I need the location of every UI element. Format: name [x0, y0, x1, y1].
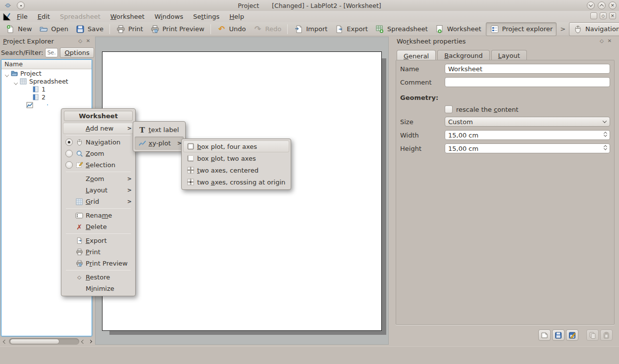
mdi-close-button[interactable]: ✕ [609, 12, 616, 19]
undo-button[interactable]: ↶ Undo [213, 23, 250, 36]
menu-item-print[interactable]: Print [63, 246, 134, 258]
menu-windows[interactable]: Windows [150, 12, 188, 21]
save-button[interactable]: Save [72, 23, 107, 36]
dock-float-button[interactable]: ◇ [76, 38, 84, 45]
properties-footer-buttons [538, 329, 613, 341]
menu-item-rename[interactable]: Rename [63, 210, 134, 221]
worksheet-context-menu: Worksheet Add new > Navigation Zoom Sele… [61, 108, 136, 296]
import-button[interactable]: Import [290, 23, 331, 36]
scroll-left-icon[interactable] [2, 339, 8, 345]
menu-item-restore[interactable]: ◇ Restore [63, 272, 134, 283]
expander-icon[interactable] [5, 71, 10, 76]
export-button[interactable]: Export [331, 23, 371, 36]
name-field[interactable] [445, 64, 610, 74]
menu-item-box-plot-two-axes[interactable]: box plot, two axes [183, 152, 289, 164]
menu-item-delete[interactable]: ✗ Delete [63, 221, 134, 232]
menu-edit[interactable]: Edit [33, 12, 55, 21]
load-template-button[interactable] [538, 329, 551, 341]
search-filter-input[interactable] [45, 48, 58, 57]
project-explorer-icon [490, 24, 500, 34]
new-document-icon [5, 24, 15, 34]
project-folder-icon [11, 70, 18, 77]
menu-item-print-preview[interactable]: Print Preview [63, 258, 134, 269]
worksheet-canvas[interactable] [102, 51, 382, 331]
box-plot-two-axes-icon [186, 155, 196, 162]
menu-item-navigation[interactable]: Navigation [63, 136, 134, 148]
menu-item-two-axes-crossing-origin[interactable]: two axes, crossing at origin [183, 176, 289, 188]
worksheet-properties-title: Worksheet properties [397, 38, 598, 45]
menu-item-zoom-mode[interactable]: Zoom [63, 148, 134, 159]
dock-close-button[interactable]: ✕ [606, 38, 614, 45]
menu-item-zoom-submenu[interactable]: Zoom > [63, 173, 134, 184]
menu-item-box-plot-four-axes[interactable]: box plot, four axes [183, 140, 289, 152]
scroll-right-icon[interactable] [87, 339, 93, 345]
height-label: Height [400, 145, 445, 152]
mdi-minimize-button[interactable] [590, 12, 597, 19]
menu-item-layout-submenu[interactable]: Layout > [63, 184, 134, 196]
window-shade-button[interactable] [587, 1, 595, 9]
tree-column-header[interactable]: Name [1, 60, 92, 69]
menu-item-text-label[interactable]: T text label [135, 123, 184, 136]
toolbar-separator [109, 24, 110, 34]
menu-item-add-new[interactable]: Add new > [63, 123, 134, 134]
grid-icon [74, 198, 84, 205]
restore-diamond-icon: ◇ [74, 274, 84, 280]
width-spinbox[interactable]: 15,00 cm [445, 130, 610, 140]
menu-item-grid-submenu[interactable]: Grid > [63, 196, 134, 207]
mdi-restore-button[interactable]: ◇ [600, 12, 607, 19]
rescale-content-checkbox[interactable] [445, 105, 453, 113]
add-spreadsheet-button[interactable]: Spreadsheet [371, 23, 431, 36]
menu-settings[interactable]: Settings [188, 12, 224, 21]
tree-item-project[interactable]: Project [1, 69, 92, 77]
main-toolbar: New Open Save Print Print Preview ↶ Undo… [0, 22, 619, 36]
two-axes-centered-icon [186, 167, 196, 174]
menu-item-minimize[interactable]: Minimize [63, 283, 134, 294]
project-explorer-toggle[interactable]: Project explorer [486, 22, 557, 36]
delete-icon: ✗ [74, 223, 84, 231]
height-spinbox[interactable]: 15,00 cm [445, 143, 610, 153]
tree-item-column-1[interactable]: 1 [1, 85, 92, 93]
worksheet-properties-dock: Worksheet properties ◇ ✕ General Backgro… [395, 37, 616, 345]
navigation-toolbar-button[interactable]: Navigation [569, 22, 619, 36]
copy-icon [589, 332, 596, 339]
open-button[interactable]: Open [35, 23, 72, 36]
print-preview-button[interactable]: Print Preview [147, 23, 208, 36]
rescale-content-label: rescale the content [456, 106, 518, 113]
menu-item-export[interactable]: Export [63, 235, 134, 246]
tree-item-worksheet[interactable]: Worksheet [1, 101, 92, 109]
new-button[interactable]: New [2, 23, 35, 36]
menu-spreadsheet: Spreadsheet [55, 12, 105, 21]
spin-arrows-icon[interactable] [604, 132, 607, 137]
scroll-left-icon[interactable] [80, 339, 86, 345]
size-combobox[interactable]: Custom [445, 117, 610, 127]
menu-help[interactable]: Help [224, 12, 249, 21]
dock-close-button[interactable]: ✕ [84, 38, 92, 45]
menu-item-xy-plot[interactable]: xy-plot > [135, 136, 184, 150]
menu-item-selection-mode[interactable]: Selection [63, 159, 134, 171]
tree-item-column-2[interactable]: 2 [1, 93, 92, 101]
menu-worksheet[interactable]: Worksheet [105, 12, 150, 21]
edit-template-button[interactable] [566, 329, 578, 341]
copy-button [586, 329, 599, 341]
menu-file[interactable]: File [12, 12, 33, 21]
toolbar-overflow-chevron[interactable]: > [558, 25, 568, 33]
radio-unchecked-icon [65, 161, 73, 169]
print-button[interactable]: Print [112, 23, 147, 36]
tree-item-spreadsheet[interactable]: Spreadsheet [1, 77, 92, 85]
add-worksheet-button[interactable]: Worksheet [431, 23, 485, 36]
window-close-button[interactable]: ✕ [609, 1, 617, 9]
window-maximize-button[interactable] [598, 1, 606, 9]
scrollbar-thumb[interactable] [10, 339, 59, 344]
spin-arrows-icon[interactable] [604, 145, 607, 150]
comment-field[interactable] [445, 77, 610, 87]
labplot-app-icon [2, 12, 12, 22]
tree-horizontal-scrollbar[interactable] [2, 338, 93, 345]
options-button[interactable]: Options [60, 47, 94, 58]
dock-float-button[interactable]: ◇ [598, 38, 606, 45]
expander-icon[interactable] [14, 79, 19, 84]
save-template-button[interactable] [552, 329, 565, 341]
titlebar-menu-button[interactable] [17, 1, 25, 9]
two-axes-crossing-origin-icon [186, 179, 196, 185]
edit-icon [568, 332, 576, 339]
menu-item-two-axes-centered[interactable]: two axes, centered [183, 164, 289, 176]
